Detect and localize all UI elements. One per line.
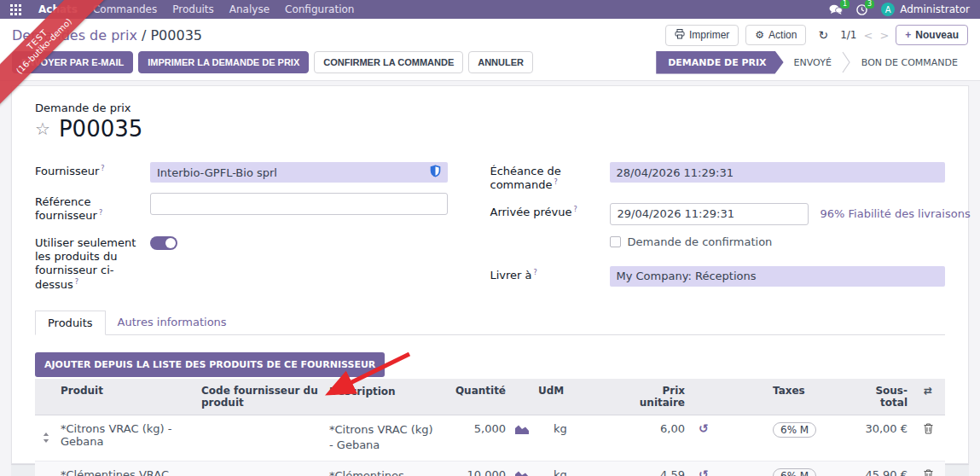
arrivee-input[interactable] — [610, 203, 809, 225]
content-area: Demande de prix ☆ P00035 Fournisseur? In… — [0, 81, 980, 476]
send-email-button[interactable]: ENVOYER PAR E-MAIL — [12, 51, 133, 73]
order-lines-table: Produit Code fournisseur du produit Desc… — [35, 379, 945, 476]
use-only-hint: ? — [75, 278, 78, 286]
pager-value: 1/1 — [840, 29, 856, 41]
line-product[interactable]: *Clémentines VRAC (kg) - Gebana — [57, 461, 198, 476]
breadcrumb-parent-link[interactable]: Demandes de prix — [12, 27, 137, 44]
control-panel: Demandes de prix / P00035 Imprimer ⚙ Act… — [0, 19, 980, 51]
echeance-hint: ? — [554, 178, 557, 186]
arrivee-label: Arrivée prévue? — [490, 203, 610, 225]
line-product[interactable]: *Citrons VRAC (kg) - Gebana — [57, 415, 198, 460]
arrivee-hint: ? — [574, 206, 577, 213]
top-navbar: Achats Commandes Produits Analyse Config… — [0, 0, 980, 19]
nav-menu-commandes[interactable]: Commandes — [93, 3, 157, 15]
table-header-row: Produit Code fournisseur du produit Desc… — [35, 379, 945, 415]
fournisseur-field[interactable]: Interbio-GPFL-Bio sprl — [150, 162, 448, 183]
confirm-order-button[interactable]: CONFIRMER LA COMMANDE — [314, 51, 463, 73]
printer-icon — [675, 29, 685, 42]
col-description[interactable]: Description — [326, 379, 441, 415]
line-unit-price[interactable]: 6,00 — [612, 415, 688, 460]
line-unit-price[interactable]: 4,59 — [612, 461, 688, 476]
avatar: A — [881, 3, 895, 16]
new-label: Nouveau — [915, 29, 959, 41]
user-name: Administrator — [900, 3, 970, 15]
confirmation-label: Demande de confirmation — [628, 235, 773, 248]
line-quantity[interactable]: 5,000 — [441, 415, 509, 460]
optional-columns-icon[interactable]: ⇄ — [911, 379, 945, 415]
line-uom[interactable]: kg — [535, 415, 612, 460]
tax-badge[interactable]: 6% M — [773, 422, 816, 438]
line-subtotal: 45,90 € — [850, 461, 911, 476]
col-code-fournisseur[interactable]: Code fournisseur du produit — [198, 379, 326, 415]
user-menu[interactable]: A Administrator — [881, 3, 970, 16]
drag-handle-icon[interactable] — [35, 415, 57, 460]
nav-menu-configuration[interactable]: Configuration — [285, 3, 354, 15]
forecast-chart-icon[interactable] — [509, 415, 535, 460]
activities-count-badge: 3 — [865, 0, 874, 9]
print-rfq-button[interactable]: IMPRIMER LA DEMANDE DE PRIX — [138, 51, 309, 73]
delete-line-icon[interactable] — [911, 415, 945, 460]
livrer-field[interactable]: My Company: Réceptions — [610, 266, 946, 287]
add-from-supplier-catalog-button[interactable]: AJOUTER DEPUIS LA LISTE DES PRODUITS DE … — [35, 352, 385, 377]
cancel-button[interactable]: ANNULER — [468, 51, 533, 73]
status-chevron-icon — [842, 51, 851, 73]
line-uom[interactable]: kg — [535, 461, 612, 476]
page-title: P00035 — [59, 116, 142, 142]
col-taxes[interactable]: Taxes — [769, 379, 850, 415]
col-sous-total[interactable]: Sous-total — [850, 379, 911, 415]
reference-hint: ? — [99, 209, 102, 217]
action-button[interactable]: ⚙ Action — [745, 25, 806, 45]
tax-badge[interactable]: 6% M — [773, 468, 816, 476]
use-only-toggle[interactable] — [150, 236, 177, 250]
order-line-row[interactable]: *Clémentines VRAC (kg) - Gebana *Clément… — [35, 461, 945, 476]
col-udm[interactable]: UdM — [535, 379, 612, 415]
tab-produits[interactable]: Produits — [35, 311, 106, 335]
status-step-envoye[interactable]: ENVOYÉ — [784, 51, 842, 74]
drag-handle-icon[interactable] — [35, 461, 57, 476]
new-button[interactable]: + Nouveau — [896, 25, 968, 45]
gear-icon: ⚙ — [755, 29, 764, 41]
pager-next-icon[interactable]: > — [879, 29, 889, 42]
price-history-icon[interactable]: ↺ — [688, 461, 769, 476]
apps-grid-icon[interactable] — [10, 4, 21, 15]
action-label: Action — [768, 29, 797, 41]
purchase-order-page: Achats Commandes Produits Analyse Config… — [0, 0, 980, 476]
livrer-value: My Company: Réceptions — [617, 270, 939, 282]
confirmation-checkbox[interactable] — [610, 236, 621, 247]
pager: 1/1 < > — [840, 29, 889, 42]
echeance-field[interactable]: 28/04/2026 11:29:31 — [610, 162, 946, 183]
reference-input[interactable] — [150, 193, 448, 215]
order-line-row[interactable]: *Citrons VRAC (kg) - Gebana *Citrons VRA… — [35, 415, 945, 461]
delete-line-icon[interactable] — [911, 461, 945, 476]
delivery-reliability-link[interactable]: 96% Fiabilité des livraisons — [821, 207, 971, 220]
status-step-bon-de-commande[interactable]: BON DE COMMANDE — [851, 51, 968, 74]
col-prix-unitaire[interactable]: Prix unitaire — [612, 379, 688, 415]
line-vendor-code[interactable] — [198, 461, 326, 476]
favorite-star-icon[interactable]: ☆ — [35, 120, 50, 137]
echeance-value: 28/04/2026 11:29:31 — [617, 166, 939, 179]
messages-icon[interactable]: 1 — [829, 4, 843, 15]
activities-clock-icon[interactable]: 3 — [856, 4, 867, 15]
internal-user-shield-icon[interactable] — [430, 165, 441, 180]
messages-count-badge: 1 — [840, 0, 850, 9]
refresh-icon[interactable]: ↻ — [813, 28, 833, 42]
status-step-demande-de-prix[interactable]: DEMANDE DE PRIX — [656, 51, 783, 74]
line-vendor-code[interactable] — [198, 415, 326, 460]
line-description[interactable]: *Clémentines VRAC (kg) - Gebana — [326, 461, 441, 476]
col-produit[interactable]: Produit — [57, 379, 198, 415]
line-description[interactable]: *Citrons VRAC (kg) - Gebana — [326, 415, 441, 460]
tab-autres-informations[interactable]: Autres informations — [106, 311, 239, 334]
nav-menu-produits[interactable]: Produits — [172, 3, 214, 15]
col-quantite[interactable]: Quantité — [441, 379, 509, 415]
nav-menu-analyse[interactable]: Analyse — [229, 3, 270, 15]
nav-app-achats[interactable]: Achats — [38, 3, 78, 15]
print-button[interactable]: Imprimer — [665, 25, 739, 46]
plus-icon: + — [905, 29, 911, 41]
livrer-hint: ? — [534, 269, 537, 276]
pager-prev-icon[interactable]: < — [863, 29, 873, 42]
form-grid: Fournisseur? Interbio-GPFL-Bio sprl — [35, 162, 945, 302]
forecast-chart-icon[interactable] — [509, 461, 535, 476]
livrer-label: Livrer à? — [490, 266, 610, 287]
line-quantity[interactable]: 10,000 — [441, 461, 509, 476]
price-history-icon[interactable]: ↺ — [688, 415, 769, 460]
